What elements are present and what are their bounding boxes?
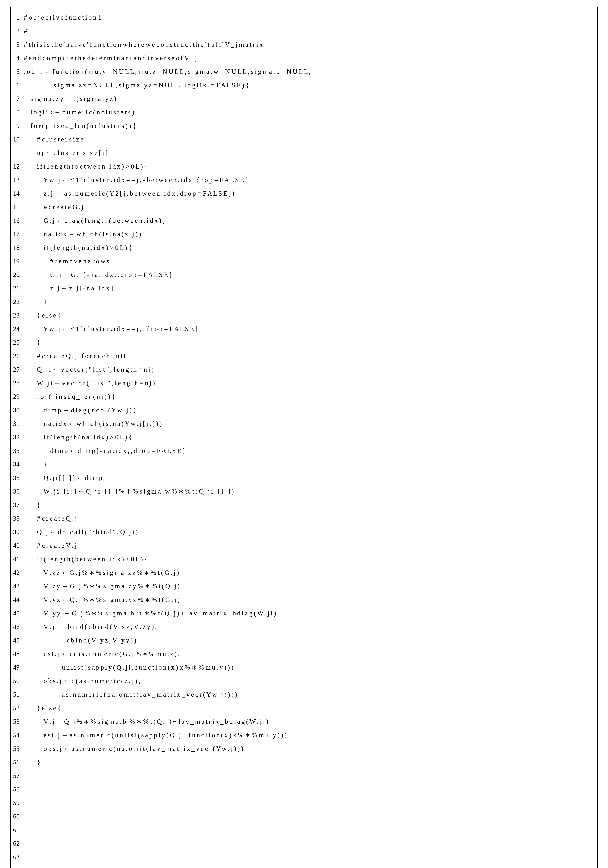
line-number: 46 <box>13 620 20 634</box>
line-number: 61 <box>13 823 20 837</box>
code-line: i f ( l e n g t h ( n a . i d x ) > 0 L … <box>24 430 595 444</box>
code-line: c b i n d ( V . y z , V . y y ) ) <box>24 634 595 647</box>
line-number: 4 <box>13 51 20 65</box>
line-number: 51 <box>13 688 20 701</box>
code-line: d t m p ← d i a g ( n c o l ( Y w . j ) … <box>24 403 595 417</box>
code-line: a s . n u m e r i c ( n a . o m i t ( l … <box>24 688 595 701</box>
line-number: 13 <box>13 173 20 187</box>
line-number: 8 <box>13 105 20 119</box>
code-line: # c l u s t e r s i z e <box>24 132 595 146</box>
line-number: 5 <box>13 65 20 78</box>
code-line: # a n d c o m p u t e t h e d e t e r m … <box>24 51 595 65</box>
code-line: } <box>24 457 595 471</box>
line-number: 15 <box>13 200 20 214</box>
line-number: 39 <box>13 525 20 539</box>
line-number: 59 <box>13 796 20 809</box>
line-number: 28 <box>13 376 20 390</box>
line-number: 62 <box>13 837 20 850</box>
code-line: f o r ( j i n s e q _ l e n ( n c l u s … <box>24 119 595 132</box>
code-line: V . z y ← G . j % ∗ % s i g m a . z y % … <box>24 579 595 593</box>
code-line: V . y y ← Q . j % ∗ % s i g m a . b % ∗ … <box>24 606 595 620</box>
code-line: n a . i d x ← w h i c h ( i s . n a ( z … <box>24 227 595 241</box>
line-number: 55 <box>13 742 20 755</box>
line-number: 34 <box>13 457 20 471</box>
code-line: Y w . j ← Y 1 [ c l u s t e r . i d x = … <box>24 173 595 187</box>
code-line: z . j ← z . j [ - n a . i d x ] <box>24 281 595 295</box>
line-number: 7 <box>13 92 20 105</box>
code-line: e s t . j ← c ( a s . n u m e r i c ( G … <box>24 647 595 660</box>
line-number: 20 <box>13 268 20 281</box>
line-number: 18 <box>13 241 20 254</box>
line-number: 26 <box>13 349 20 363</box>
line-number: 3 <box>13 38 20 51</box>
line-number: 22 <box>13 295 20 308</box>
code-line: V . z z ← G . j % ∗ % s i g m a . z z % … <box>24 566 595 579</box>
code-line: u n l i s t ( s a p p l y ( Q . j i , f … <box>24 660 595 674</box>
code-line: i f ( l e n g t h ( n a . i d x ) > 0 L … <box>24 241 595 254</box>
line-number: 48 <box>13 647 20 660</box>
code-line: # c r e a t e Q . j <box>24 512 595 525</box>
code-line: Q . j ← d o . c a l l ( " r b i n d " , … <box>24 525 595 539</box>
line-number: 47 <box>13 634 20 647</box>
code-line: } e l s e { <box>24 308 595 322</box>
code-line: Q . j i [ [ i ] ] ← d t m p <box>24 471 595 485</box>
code-line: W . j i [ [ i ] ] ← Q . j i [ [ i ] ] % … <box>24 485 595 498</box>
line-number: 24 <box>13 322 20 336</box>
code-line: V . y z ← Q . j % ∗ % s i g m a . y z % … <box>24 593 595 606</box>
line-number: 54 <box>13 728 20 742</box>
line-number: 14 <box>13 187 20 200</box>
code-line: o b s . j ← a s . n u m e r i c ( n a . … <box>24 742 595 755</box>
code-line: n a . i d x ← w h i c h ( i s . n a ( Y … <box>24 417 595 430</box>
code-line: d t m p ← d t m p [ - n a . i d x , , d … <box>24 444 595 457</box>
code-line: . o b j 1 ← f u n c t i o n ( m u . y = … <box>24 65 595 78</box>
line-number: 41 <box>13 552 20 566</box>
line-number: 60 <box>13 809 20 823</box>
code-line: } <box>24 755 595 769</box>
line-number: 40 <box>13 539 20 552</box>
code-line: # c r e a t e G . j <box>24 200 595 214</box>
line-number: 27 <box>13 363 20 376</box>
line-number: 56 <box>13 755 20 769</box>
line-number: 21 <box>13 281 20 295</box>
line-number: 11 <box>13 146 20 160</box>
code-line: n j ← c l u s t e r . s i z e [ j ] <box>24 146 595 160</box>
line-number: 31 <box>13 417 20 430</box>
code-line: o b s . j ← c ( a s . n u m e r i c ( z … <box>24 674 595 688</box>
code-line: z . j ← a s . n u m e r i c ( Y 2 [ j , … <box>24 187 595 200</box>
code-line: # c r e a t e V . j <box>24 539 595 552</box>
line-number: 50 <box>13 674 20 688</box>
line-number: 37 <box>13 498 20 512</box>
line-number: 64 <box>13 864 20 868</box>
code-line: W . j i ← v e c t o r ( " l i s t " , l … <box>24 376 595 390</box>
code-line: # c r e a t e Q . j i f o r e a c h u n … <box>24 349 595 363</box>
line-number: 9 <box>13 119 20 132</box>
code-line: Y w . j ← Y 1 [ c l u s t e r . i d x = … <box>24 322 595 336</box>
line-number: 42 <box>13 566 20 579</box>
line-number: 2 <box>13 24 20 38</box>
line-number: 12 <box>13 160 20 173</box>
code-line: i f ( l e n g t h ( b e t w e e n . i d … <box>24 552 595 566</box>
line-number: 43 <box>13 579 20 593</box>
line-number: 49 <box>13 660 20 674</box>
line-number: 32 <box>13 430 20 444</box>
line-number: 23 <box>13 308 20 322</box>
line-number: 10 <box>13 132 20 146</box>
line-number: 1 <box>13 11 20 24</box>
line-number: 16 <box>13 214 20 227</box>
line-number: 53 <box>13 715 20 728</box>
line-number: 25 <box>13 336 20 349</box>
code-line: e s t . j ← a s . n u m e r i c ( u n l … <box>24 728 595 742</box>
code-line: l o g l i k ← n u m e r i c ( n c l u s … <box>24 105 595 119</box>
code-line: } e l s e { <box>24 701 595 715</box>
code-content: # o b j e c t i v e f u n c t i o n 1## … <box>22 7 597 868</box>
line-number: 33 <box>13 444 20 457</box>
line-number: 30 <box>13 403 20 417</box>
line-number: 57 <box>13 769 20 783</box>
code-line: # r e m o v e n a r o w s <box>24 254 595 268</box>
line-number: 6 <box>13 78 20 92</box>
line-number: 63 <box>13 850 20 864</box>
line-number: 35 <box>13 471 20 485</box>
code-line: } <box>24 295 595 308</box>
line-number: 36 <box>13 485 20 498</box>
line-number: 45 <box>13 606 20 620</box>
